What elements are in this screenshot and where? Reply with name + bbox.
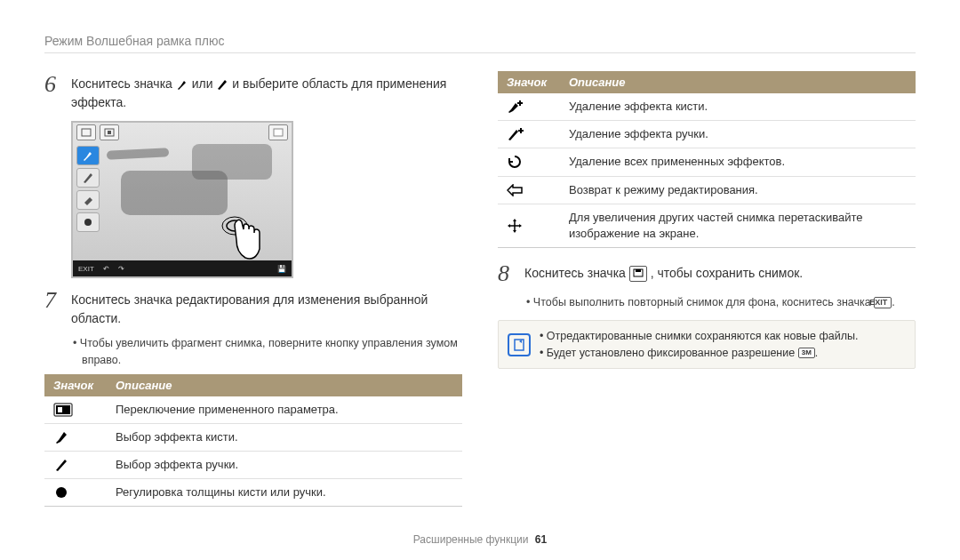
- step-number: 6: [44, 71, 62, 98]
- text: , чтобы сохранить снимок.: [651, 266, 804, 280]
- step-8: 8 Коснитесь значка , чтобы сохранить сни…: [498, 260, 916, 287]
- note-item: Будет установлено фиксированное разрешен…: [540, 345, 858, 362]
- table-row: Удаление всех примененных эффектов.: [498, 148, 916, 176]
- svg-rect-12: [636, 269, 641, 272]
- save-icon: [629, 266, 647, 282]
- sidebar-eraser-icon: [76, 190, 100, 210]
- note-icon: [508, 333, 531, 356]
- table-row: Возврат к режиму редактирования.: [498, 176, 916, 204]
- text: .: [892, 296, 894, 308]
- table-row: Удаление эффекта ручки.: [498, 121, 916, 148]
- dot-icon: [44, 479, 107, 507]
- svg-rect-2: [108, 131, 111, 134]
- table-row: Выбор эффекта кисти.: [44, 423, 462, 451]
- svg-rect-9: [58, 407, 62, 412]
- th-icon: Значок: [498, 71, 560, 93]
- th-desc: Описание: [107, 374, 462, 396]
- sidebar-dot-icon: [76, 212, 100, 232]
- th-icon: Значок: [44, 374, 107, 396]
- cell: Удаление всех примененных эффектов.: [560, 148, 916, 176]
- exit-label: EXIT: [78, 265, 94, 273]
- svg-point-10: [56, 487, 67, 498]
- step-number: 8: [498, 260, 516, 287]
- note-box: Отредактированные снимки сохраняются как…: [498, 320, 916, 370]
- erase-pen-icon: [498, 121, 560, 148]
- cell: Выбор эффекта кисти.: [107, 423, 462, 451]
- toolbar-button: [100, 124, 119, 140]
- brush-icon: [176, 78, 188, 91]
- page-footer: Расширенные функции 61: [0, 533, 960, 546]
- device-screenshot: EXIT ↶ ↷ 💾: [71, 121, 293, 278]
- cell: Выбор эффекта ручки.: [107, 451, 462, 478]
- icon-table-right: Значок Описание Удаление эффекта кисти. …: [498, 71, 916, 248]
- cell: Возврат к режиму редактирования.: [560, 176, 916, 204]
- toolbar-button: [268, 124, 288, 140]
- text: Чтобы выполнить повторный снимок для фон…: [533, 296, 874, 308]
- erase-brush-icon: [498, 93, 560, 121]
- step-text: Коснитесь значка редактирования для изме…: [71, 287, 462, 328]
- undo-all-icon: [498, 148, 560, 176]
- device-topbar: [73, 123, 292, 142]
- svg-rect-3: [274, 129, 283, 136]
- step-7: 7 Коснитесь значка редактирования для из…: [44, 287, 462, 328]
- text: Будет установлено фиксированное разрешен…: [547, 347, 795, 359]
- th-desc: Описание: [560, 71, 916, 93]
- pen-icon: [216, 78, 228, 91]
- touch-hand-icon: [219, 213, 263, 263]
- save-icon: 💾: [277, 265, 286, 273]
- cell: Удаление эффекта ручки.: [560, 121, 916, 148]
- sidebar-brush-icon: [76, 146, 100, 165]
- header-rule: [44, 52, 916, 53]
- step-6: 6 Коснитесь значка или и выберите област…: [44, 71, 462, 112]
- device-canvas: [103, 144, 288, 257]
- step-number: 7: [44, 287, 62, 314]
- toggle-icon: [44, 396, 107, 424]
- note-item: Отредактированные снимки сохраняются как…: [540, 328, 858, 345]
- table-row: Выбор эффекта ручки.: [44, 451, 462, 478]
- toolbar-button: [76, 124, 96, 140]
- icon-table-left: Значок Описание Переключение примененног…: [44, 374, 462, 508]
- cell: Удаление эффекта кисти.: [560, 93, 916, 121]
- move-icon: [498, 204, 560, 247]
- sub-bullet: Чтобы увеличить фрагмент снимка, поверни…: [73, 335, 462, 369]
- note-list: Отредактированные снимки сохраняются как…: [540, 328, 858, 362]
- table-row: Удаление эффекта кисти.: [498, 93, 916, 121]
- page-number: 61: [535, 533, 547, 546]
- left-column: 6 Коснитесь значка или и выберите област…: [44, 71, 462, 507]
- back-icon: [498, 176, 560, 204]
- exit-badge: EXIT: [874, 297, 892, 308]
- svg-point-4: [84, 219, 92, 226]
- sidebar-pen-icon: [76, 168, 100, 188]
- table-row: Для увеличения других частей снимка пере…: [498, 204, 916, 247]
- table-row: Переключение примененного параметра.: [44, 396, 462, 424]
- table-row: Регулировка толщины кисти или ручки.: [44, 479, 462, 507]
- step-text: Коснитесь значка , чтобы сохранить снимо…: [524, 260, 916, 283]
- svg-rect-0: [82, 129, 91, 136]
- text: Коснитесь значка: [71, 76, 176, 91]
- two-column-layout: 6 Коснитесь значка или и выберите област…: [44, 71, 916, 507]
- sub-bullet: Чтобы выполнить повторный снимок для фон…: [526, 294, 916, 311]
- right-column: Значок Описание Удаление эффекта кисти. …: [498, 71, 916, 507]
- undo-icon: ↶: [103, 265, 109, 273]
- brush-icon: [44, 423, 107, 451]
- page-header: Режим Волшебная рамка плюс: [44, 34, 916, 48]
- text: .: [815, 347, 818, 359]
- footer-section: Расширенные функции: [413, 533, 529, 546]
- cell: Переключение примененного параметра.: [107, 396, 462, 424]
- redo-icon: ↷: [118, 265, 124, 273]
- cell: Регулировка толщины кисти или ручки.: [107, 479, 462, 507]
- step-text: Коснитесь значка или и выберите область …: [71, 71, 462, 112]
- cell: Для увеличения других частей снимка пере…: [560, 204, 916, 247]
- text: Коснитесь значка: [524, 266, 629, 280]
- text: или: [192, 76, 217, 91]
- resolution-badge: 3M: [798, 348, 815, 358]
- pen-icon: [44, 451, 107, 478]
- device-sidebar: [76, 146, 100, 232]
